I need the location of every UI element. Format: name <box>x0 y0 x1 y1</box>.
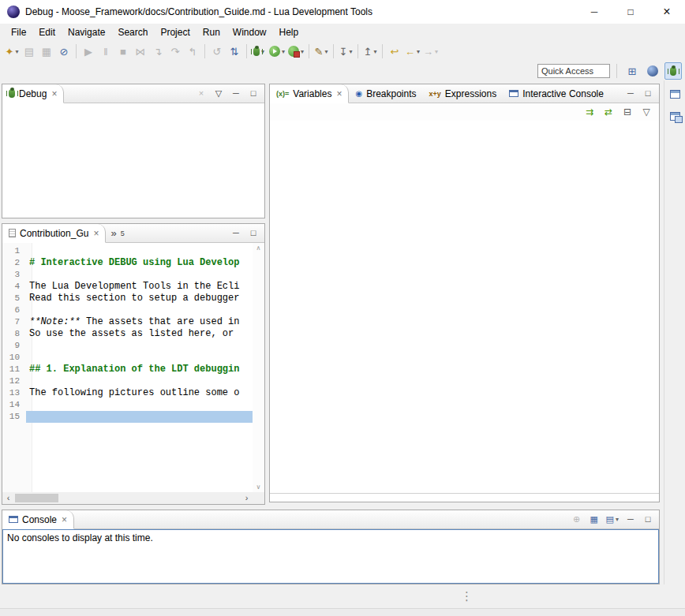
editor-line[interactable]: 7**Note:** The assets that are used in <box>2 316 253 328</box>
minimize-button[interactable]: ─ <box>229 87 243 101</box>
editor-line[interactable]: 4The Lua Development Tools in the Ecli <box>2 281 253 293</box>
disconnect-button[interactable]: ⋈ <box>132 43 149 60</box>
menu-search[interactable]: Search <box>111 25 154 39</box>
editor-line[interactable]: 5Read this section to setup a debugger <box>2 293 253 304</box>
tab-debug-label: Debug <box>19 88 47 99</box>
tab-interactive-console[interactable]: Interactive Console <box>503 84 610 103</box>
maximize-button[interactable]: □ <box>641 87 655 101</box>
drop-to-frame-button[interactable]: ↺ <box>208 43 226 60</box>
scroll-up-icon[interactable]: ∧ <box>256 245 261 252</box>
editor-horizontal-scrollbar[interactable]: ‹ › <box>2 492 253 504</box>
maximize-button[interactable]: □ <box>246 87 260 101</box>
editor-vertical-scrollbar[interactable]: ∧ ∨ <box>253 243 264 492</box>
resume-button[interactable]: ▶ <box>80 43 97 60</box>
editor-body[interactable]: 12# Interactive DEBUG using Lua Develop3… <box>2 243 264 504</box>
coverage-dropdown[interactable]: ▾ <box>286 43 305 60</box>
collapse-all-button[interactable]: ⊟ <box>619 105 635 119</box>
editor-line[interactable]: 14 <box>2 399 253 411</box>
menu-file[interactable]: File <box>5 25 32 39</box>
show-logical-structures-button[interactable]: ⇉ <box>582 105 597 119</box>
suspend-button[interactable]: ‖ <box>97 43 114 60</box>
previous-annotation-dropdown[interactable]: ↥▾ <box>361 43 379 60</box>
tab-contribution-guide[interactable]: Contribution_Gu × <box>2 224 106 243</box>
editor-line[interactable]: 12 <box>2 375 253 387</box>
editor-line[interactable]: 10 <box>2 352 253 364</box>
next-annotation-dropdown[interactable]: ↧▾ <box>337 43 354 60</box>
save-button[interactable]: ▤ <box>21 43 38 60</box>
restore-minimized-view-stack-button[interactable] <box>667 109 683 123</box>
editor-line[interactable]: 15 <box>2 411 253 423</box>
tab-breakpoints[interactable]: ◉Breakpoints <box>349 84 422 103</box>
show-type-names-button[interactable]: ⇄ <box>601 105 616 119</box>
step-over-button[interactable]: ↷ <box>167 43 184 60</box>
menu-help[interactable]: Help <box>273 25 305 39</box>
ldt-perspective-button[interactable] <box>644 62 661 80</box>
minimize-button[interactable]: ─ <box>623 87 638 101</box>
forward-dropdown[interactable]: →▾ <box>421 43 440 60</box>
menu-navigate[interactable]: Navigate <box>62 25 111 39</box>
view-menu-button[interactable]: ▽ <box>638 105 654 119</box>
tab-console[interactable]: Console × <box>2 510 74 529</box>
close-tab-icon[interactable]: × <box>93 229 99 238</box>
skip-all-breakpoints-button[interactable]: ⊘ <box>55 43 73 60</box>
minimize-button[interactable]: ─ <box>576 0 612 24</box>
open-perspective-button[interactable]: ⊞ <box>623 62 641 80</box>
minimize-button[interactable]: ─ <box>229 226 243 241</box>
close-tab-icon[interactable]: × <box>62 515 67 525</box>
tab-variables[interactable]: (x)=Variables× <box>270 84 349 103</box>
remove-all-terminated-button-icon: × <box>199 89 204 98</box>
editor-line[interactable]: 2# Interactive DEBUG using Lua Develop <box>2 257 253 269</box>
menu-project[interactable]: Project <box>154 25 196 39</box>
editor-line[interactable]: 9 <box>2 340 253 352</box>
last-edit-location-button[interactable]: ↩ <box>386 43 403 60</box>
scroll-down-icon[interactable]: ∨ <box>256 483 261 491</box>
tab-expressions[interactable]: x+yExpressions <box>423 84 503 103</box>
minimize-button[interactable]: ─ <box>623 513 638 527</box>
run-dropdown[interactable]: ▾ <box>268 43 286 60</box>
maximize-button[interactable]: □ <box>612 0 649 24</box>
editor-overflow-chevron[interactable]: »5 <box>106 224 129 242</box>
detail-pane-sash[interactable] <box>270 493 659 494</box>
menu-window[interactable]: Window <box>226 25 273 39</box>
close-tab-icon[interactable]: × <box>51 89 57 99</box>
use-step-filters-button[interactable]: ⇅ <box>226 43 243 60</box>
external-tools-dropdown[interactable]: ✎▾ <box>313 43 330 60</box>
close-tab-icon[interactable]: × <box>336 89 342 99</box>
new-wizard-dropdown[interactable]: ✦▾ <box>3 43 21 60</box>
view-menu-button[interactable]: ▽ <box>211 87 226 101</box>
close-button[interactable]: × <box>649 0 685 24</box>
editor-line[interactable]: 8So use the assets as listed here, or <box>2 328 253 340</box>
variables-view: (x)=Variables×◉Breakpointsx+yExpressions… <box>269 84 660 502</box>
terminate-button[interactable]: ■ <box>114 43 132 60</box>
debug-dropdown[interactable]: ▾ <box>250 43 268 60</box>
line-number: 13 <box>2 387 26 399</box>
tab-debug[interactable]: Debug × <box>2 84 64 103</box>
menu-edit[interactable]: Edit <box>32 25 62 39</box>
restore-minimized-view-button[interactable] <box>667 87 683 101</box>
tab-expressions-label: Expressions <box>445 88 496 99</box>
open-console-dropdown[interactable]: ▤▾ <box>605 513 620 527</box>
quick-access-input[interactable]: Quick Access <box>537 64 610 78</box>
pin-console-button-icon: ⊕ <box>573 515 580 524</box>
scroll-right-icon[interactable]: › <box>241 492 253 504</box>
maximize-button[interactable]: □ <box>641 513 655 527</box>
debug-perspective-button[interactable] <box>664 62 682 80</box>
back-dropdown[interactable]: ←▾ <box>403 43 421 60</box>
editor-line[interactable]: 11## 1. Explanation of the LDT debuggin <box>2 364 253 375</box>
trim-drag-handle[interactable]: ⋮ <box>461 589 473 603</box>
scrollbar-thumb[interactable] <box>15 494 58 502</box>
editor-line[interactable]: 1 <box>2 245 253 257</box>
scroll-left-icon[interactable]: ‹ <box>2 492 14 504</box>
step-into-button[interactable]: ↴ <box>149 43 167 60</box>
display-selected-console-button[interactable]: ▦ <box>587 513 601 527</box>
pin-console-button[interactable]: ⊕ <box>570 513 584 527</box>
maximize-button[interactable]: □ <box>246 226 260 241</box>
save-all-button[interactable]: ▦ <box>38 43 55 60</box>
console-icon <box>9 516 18 523</box>
editor-line[interactable]: 3 <box>2 269 253 281</box>
step-return-button[interactable]: ↰ <box>184 43 201 60</box>
menu-run[interactable]: Run <box>197 25 226 39</box>
editor-line[interactable]: 6 <box>2 304 253 316</box>
remove-all-terminated-button[interactable]: × <box>194 87 208 101</box>
editor-line[interactable]: 13The following pictures outline some o <box>2 387 253 399</box>
